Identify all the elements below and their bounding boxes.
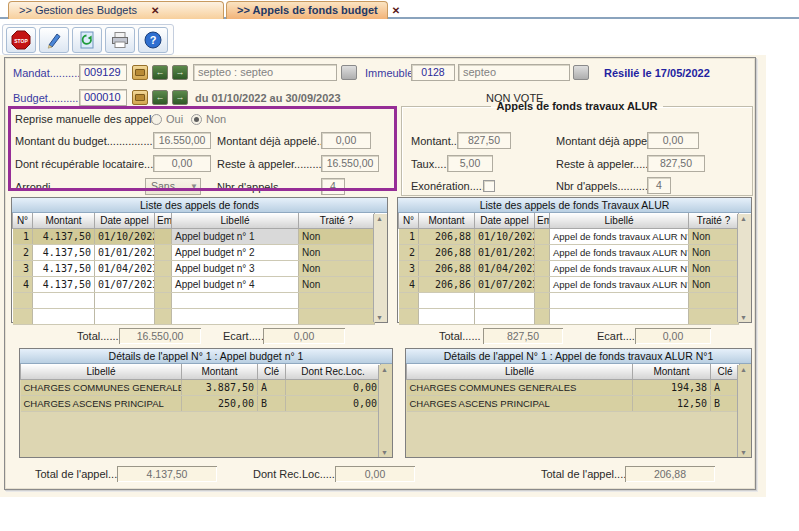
table-row[interactable]: CHARGES ASCENS PRINCIPAL 12,50 B	[407, 395, 740, 411]
cell-libelle[interactable]: Appel budget n° 3	[172, 260, 299, 276]
cell-n[interactable]: 4	[399, 276, 419, 292]
immeuble-field[interactable]: 0128	[411, 64, 455, 81]
cell-montant[interactable]: 12,50	[633, 395, 711, 411]
cell-date[interactable]: 01/07/2023	[95, 276, 155, 292]
cell-date[interactable]: 01/07/2023	[475, 276, 535, 292]
scrollbar[interactable]: ▲▼	[737, 214, 751, 322]
reste-appeler-field[interactable]: 16.550,00	[321, 155, 379, 172]
table-row[interactable]: 1 4.137,50 01/10/2022 Appel budget n° 1 …	[13, 228, 375, 244]
cell-date[interactable]: 01/04/2023	[475, 260, 535, 276]
table-row[interactable]: 3 4.137,50 01/04/2023 Appel budget n° 3 …	[13, 260, 375, 276]
col-libelle[interactable]: Libellé	[407, 364, 633, 379]
cell-traite[interactable]: Non	[299, 276, 375, 292]
mandat-prev-button[interactable]: ←	[152, 65, 168, 80]
montant-budget-field[interactable]: 16.550,00	[153, 132, 211, 149]
table-row[interactable]: CHARGES COMMUNES GENERALES 194,38 A	[407, 379, 740, 395]
col-montant[interactable]: Montant	[633, 364, 711, 379]
deja-appele-field[interactable]: 0,00	[321, 132, 371, 149]
cell-libelle[interactable]: CHARGES COMMUNES GENERALES	[21, 379, 182, 395]
tab-gestion-des-budgets[interactable]: >> Gestion des Budgets✕	[8, 1, 224, 19]
table-row[interactable]: 2 4.137,50 01/01/2023 Appel budget n° 2 …	[13, 244, 375, 260]
col-libelle[interactable]: Libellé	[172, 213, 299, 228]
immeuble-lookup-button[interactable]	[573, 65, 589, 80]
cell-emis[interactable]	[535, 228, 550, 244]
edit-button[interactable]	[39, 27, 69, 53]
cell-cle[interactable]: A	[258, 379, 286, 395]
cell-traite[interactable]: Non	[299, 244, 375, 260]
col-dont[interactable]: Dont Rec.Loc.	[286, 364, 381, 379]
scroll-down-icon[interactable]: ▼	[740, 449, 747, 456]
cell-dont[interactable]: 0,00	[286, 379, 381, 395]
scroll-down-icon[interactable]: ▼	[381, 449, 388, 456]
tab-appels-de-fonds-budget[interactable]: >> Appels de fonds budget✕	[226, 1, 388, 19]
cell-date[interactable]: 01/10/2022	[95, 228, 155, 244]
cell-cle[interactable]: B	[258, 395, 286, 411]
cell-traite[interactable]: Non	[689, 276, 739, 292]
scroll-down-icon[interactable]: ▼	[740, 314, 747, 321]
col-libelle[interactable]: Libellé	[550, 213, 689, 228]
cell-emis[interactable]	[535, 276, 550, 292]
stop-button[interactable]: STOP	[6, 27, 36, 53]
mandat-next-button[interactable]: →	[172, 65, 188, 80]
alur-montant-field[interactable]: 827,50	[457, 132, 511, 149]
mandat-name-field[interactable]: septeo : septeo	[193, 64, 337, 81]
col-date[interactable]: Date appel	[475, 213, 535, 228]
nbr-appels-field[interactable]: 4	[321, 178, 345, 195]
scroll-up-icon[interactable]: ▲	[381, 366, 388, 373]
col-montant[interactable]: Montant	[419, 213, 475, 228]
budget-field[interactable]: 000010	[79, 89, 127, 106]
reprise-non-radio[interactable]	[191, 114, 202, 125]
cell-date[interactable]: 01/01/2023	[475, 244, 535, 260]
table-row[interactable]	[13, 292, 375, 308]
table-row[interactable]: 3 206,88 01/04/2023 Appel de fonds trava…	[399, 260, 739, 276]
scrollbar[interactable]: ▲▼	[373, 214, 387, 322]
cell-n[interactable]: 1	[399, 228, 419, 244]
cell-libelle[interactable]: Appel de fonds travaux ALUR N°1	[550, 228, 689, 244]
immeuble-name-field[interactable]: septeo	[458, 64, 570, 81]
cell-traite[interactable]: Non	[299, 260, 375, 276]
alur-nbr-field[interactable]: 4	[647, 177, 671, 194]
cell-montant[interactable]: 206,88	[419, 244, 475, 260]
tab-close-icon[interactable]: ✕	[392, 5, 400, 16]
alur-reste-field[interactable]: 827,50	[647, 155, 705, 172]
cell-emis[interactable]	[155, 244, 172, 260]
refresh-button[interactable]	[72, 27, 102, 53]
cell-montant[interactable]: 4.137,50	[33, 276, 95, 292]
cell-emis[interactable]	[155, 276, 172, 292]
cell-emis[interactable]	[535, 244, 550, 260]
print-button[interactable]	[105, 27, 135, 53]
alur-taux-field[interactable]: 5,00	[447, 155, 493, 172]
cell-n[interactable]: 3	[399, 260, 419, 276]
cell-libelle[interactable]: Appel de fonds travaux ALUR N°3	[550, 260, 689, 276]
mandat-folder-button[interactable]	[132, 65, 148, 80]
cell-montant[interactable]: 4.137,50	[33, 244, 95, 260]
budget-prev-button[interactable]: ←	[152, 90, 168, 105]
cell-libelle[interactable]: CHARGES ASCENS PRINCIPAL	[407, 395, 633, 411]
scrollbar[interactable]: ▲▼	[378, 365, 392, 457]
budget-next-button[interactable]: →	[172, 90, 188, 105]
table-row[interactable]: 1 206,88 01/10/2022 Appel de fonds trava…	[399, 228, 739, 244]
cell-n[interactable]: 3	[13, 260, 33, 276]
col-emis[interactable]: Emis	[535, 213, 550, 228]
col-n[interactable]: N°	[399, 213, 419, 228]
cell-libelle[interactable]: Appel de fonds travaux ALUR N°2	[550, 244, 689, 260]
col-n[interactable]: N°	[13, 213, 33, 228]
cell-emis[interactable]	[535, 260, 550, 276]
col-date[interactable]: Date appel	[95, 213, 155, 228]
cell-montant[interactable]: 3.887,50	[182, 379, 258, 395]
table-row[interactable]	[13, 308, 375, 324]
reprise-oui-radio[interactable]	[151, 114, 162, 125]
table-row[interactable]: 2 206,88 01/01/2023 Appel de fonds trava…	[399, 244, 739, 260]
cell-traite[interactable]: Non	[689, 260, 739, 276]
exoneration-checkbox[interactable]	[483, 180, 495, 192]
cell-libelle[interactable]: CHARGES COMMUNES GENERALES	[407, 379, 633, 395]
scroll-up-icon[interactable]: ▲	[740, 366, 747, 373]
tab-close-icon[interactable]: ✕	[151, 5, 159, 16]
cell-montant[interactable]: 206,86	[419, 276, 475, 292]
help-button[interactable]: ?	[138, 27, 168, 53]
cell-libelle[interactable]: Appel budget n° 2	[172, 244, 299, 260]
budget-folder-button[interactable]	[132, 90, 148, 105]
table-row[interactable]: CHARGES COMMUNES GENERALES 3.887,50 A 0,…	[21, 379, 381, 395]
col-emis[interactable]: Emis	[155, 213, 172, 228]
mandat-field[interactable]: 009129	[79, 64, 127, 81]
